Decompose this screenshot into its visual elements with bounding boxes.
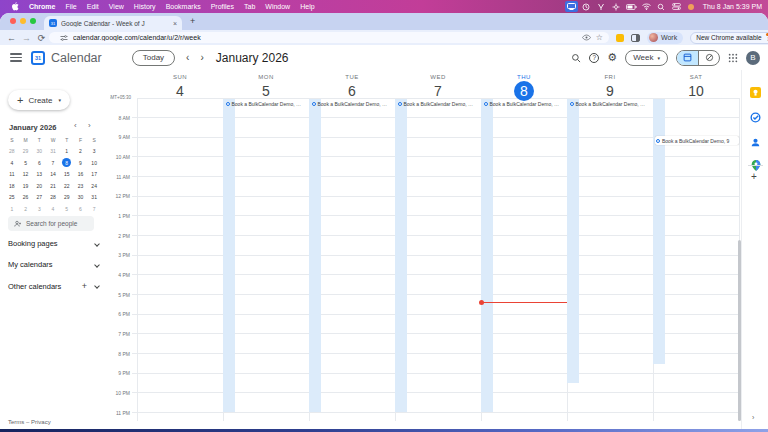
mini-cal-day[interactable]: 7 (46, 157, 60, 169)
mini-cal-day[interactable]: 16 (74, 169, 88, 181)
address-bar[interactable]: calendar.google.com/calendar/u/2/r/week … (49, 32, 609, 43)
mini-cal-day[interactable]: 30 (74, 192, 88, 204)
mini-cal-day[interactable]: 19 (19, 180, 33, 192)
day-number-10[interactable]: 10 (653, 81, 739, 101)
mini-cal-day[interactable]: 13 (32, 169, 46, 181)
spotlight-search-icon[interactable] (655, 1, 668, 12)
tab-close-icon[interactable]: × (170, 20, 177, 27)
day-number-text[interactable]: 10 (686, 81, 706, 101)
day-number-8[interactable]: 8 (481, 81, 567, 101)
menu-window[interactable]: Window (260, 3, 295, 10)
close-window-button[interactable] (10, 18, 16, 24)
menu-file[interactable]: File (60, 3, 81, 10)
keep-icon[interactable] (750, 87, 761, 98)
menu-history[interactable]: History (129, 3, 161, 10)
event-chip[interactable]: Book a BulkCalendar Demo, … (225, 100, 308, 108)
mini-cal-day[interactable]: 27 (32, 192, 46, 204)
sidebar-section-other-calendars[interactable]: Other calendars+ (8, 281, 102, 291)
help-icon[interactable]: ? (589, 53, 599, 63)
back-button[interactable]: ← (4, 33, 19, 43)
day-number-4[interactable]: 4 (137, 81, 223, 101)
mini-cal-day[interactable]: 31 (46, 146, 60, 158)
mini-cal-day[interactable]: 3 (32, 203, 46, 215)
view-selector[interactable]: Week ▾ (625, 50, 668, 66)
tasks-icon[interactable] (750, 112, 761, 123)
get-add-ons-button[interactable]: + (751, 171, 757, 182)
day-number-text[interactable]: 7 (428, 81, 448, 101)
appointment-schedule-strip[interactable] (481, 99, 493, 412)
chrome-update-pill[interactable]: New Chrome available ⋮ (690, 32, 768, 44)
menu-bar-clock[interactable]: Thu 8 Jan 5:39 PM (699, 3, 762, 10)
menu-profiles[interactable]: Profiles (206, 3, 239, 10)
screen-mirroring-icon[interactable] (565, 1, 578, 12)
mini-cal-day[interactable]: 11 (5, 169, 19, 181)
mini-cal-day[interactable]: 17 (87, 169, 101, 181)
day-number-text[interactable]: 5 (256, 81, 276, 101)
day-number-text[interactable]: 4 (170, 81, 190, 101)
event-book-bulkcalendar-demo[interactable]: Book a BulkCalendar Demo, 9 (655, 136, 739, 145)
mini-cal-day[interactable]: 26 (19, 192, 33, 204)
extension-icon[interactable] (616, 34, 624, 42)
settings-status-icon[interactable] (610, 1, 623, 12)
event-chip[interactable]: Book a BulkCalendar Demo, … (311, 100, 394, 108)
sidebar-section-booking-pages[interactable]: Booking pages (8, 239, 102, 248)
bookmark-star-icon[interactable]: ☆ (596, 33, 603, 42)
mini-cal-day[interactable]: 4 (5, 157, 19, 169)
mini-cal-day[interactable]: 2 (74, 146, 88, 158)
mini-cal-day[interactable]: 22 (60, 180, 74, 192)
contacts-icon[interactable] (750, 137, 761, 148)
today-circle[interactable]: 8 (514, 81, 534, 101)
mini-cal-day[interactable]: 4 (46, 203, 60, 215)
day-number-7[interactable]: 7 (395, 81, 481, 101)
next-week-button[interactable]: › (200, 52, 203, 63)
mini-cal-day[interactable]: 12 (19, 169, 33, 181)
mini-cal-day[interactable]: 25 (5, 192, 19, 204)
mini-cal-day[interactable]: 10 (87, 157, 101, 169)
zoom-window-button[interactable] (30, 18, 36, 24)
mini-cal-day[interactable]: 29 (19, 146, 33, 158)
main-menu-icon[interactable] (10, 51, 22, 64)
event-chip[interactable]: Book a BulkCalendar Demo, … (569, 100, 652, 108)
chevron-down-icon[interactable] (94, 241, 100, 247)
site-settings-icon[interactable] (60, 34, 68, 42)
mini-cal-day[interactable]: 5 (19, 157, 33, 169)
mini-cal-day[interactable]: 18 (5, 180, 19, 192)
mini-cal-day[interactable]: 31 (87, 192, 101, 204)
wifi-icon[interactable] (640, 1, 653, 12)
vpn-icon[interactable] (595, 1, 608, 12)
add-calendar-icon[interactable]: + (82, 281, 87, 291)
browser-menu-icon[interactable]: ⋮ (765, 34, 768, 42)
mini-cal-day[interactable]: 30 (32, 146, 46, 158)
mini-cal-day[interactable]: 1 (60, 146, 74, 158)
event-chip[interactable]: Book a BulkCalendar Demo, … (483, 100, 566, 108)
mini-calendar-prev-icon[interactable]: ‹ (74, 121, 77, 130)
account-avatar[interactable]: B (746, 51, 760, 65)
search-people-input[interactable]: Search for people (8, 216, 94, 231)
appointment-schedule-strip[interactable] (395, 99, 407, 412)
mini-cal-day[interactable]: 1 (5, 203, 19, 215)
mini-calendar-next-icon[interactable]: › (88, 121, 91, 130)
appointment-schedule-strip[interactable] (309, 99, 321, 412)
create-button[interactable]: + Create ▾ (8, 90, 70, 110)
mini-cal-selected-day[interactable]: 8 (62, 158, 71, 167)
day-number-6[interactable]: 6 (309, 81, 395, 101)
chevron-down-icon[interactable] (94, 262, 100, 268)
mini-cal-day[interactable]: 9 (74, 157, 88, 169)
mini-cal-day[interactable]: 21 (46, 180, 60, 192)
url-text[interactable]: calendar.google.com/calendar/u/2/r/week (73, 34, 577, 41)
mini-cal-day[interactable]: 3 (87, 146, 101, 158)
minimize-window-button[interactable] (20, 18, 26, 24)
apple-menu-icon[interactable] (6, 2, 24, 12)
menu-bookmarks[interactable]: Bookmarks (161, 3, 206, 10)
prev-week-button[interactable]: ‹ (186, 52, 189, 63)
user-switcher-icon[interactable] (685, 1, 698, 12)
timer-icon[interactable] (580, 1, 593, 12)
mini-cal-day[interactable]: 6 (32, 157, 46, 169)
google-apps-grid-icon[interactable] (728, 53, 738, 63)
mini-cal-day[interactable]: 8 (60, 157, 74, 169)
browser-tab[interactable]: 31 Google Calendar - Week of J × (44, 16, 182, 30)
preview-eye-icon[interactable] (582, 34, 591, 41)
sidebar-section-my-calendars[interactable]: My calendars (8, 260, 102, 269)
mini-cal-day[interactable]: 20 (32, 180, 46, 192)
side-panel-toggle-icon[interactable] (631, 34, 640, 42)
